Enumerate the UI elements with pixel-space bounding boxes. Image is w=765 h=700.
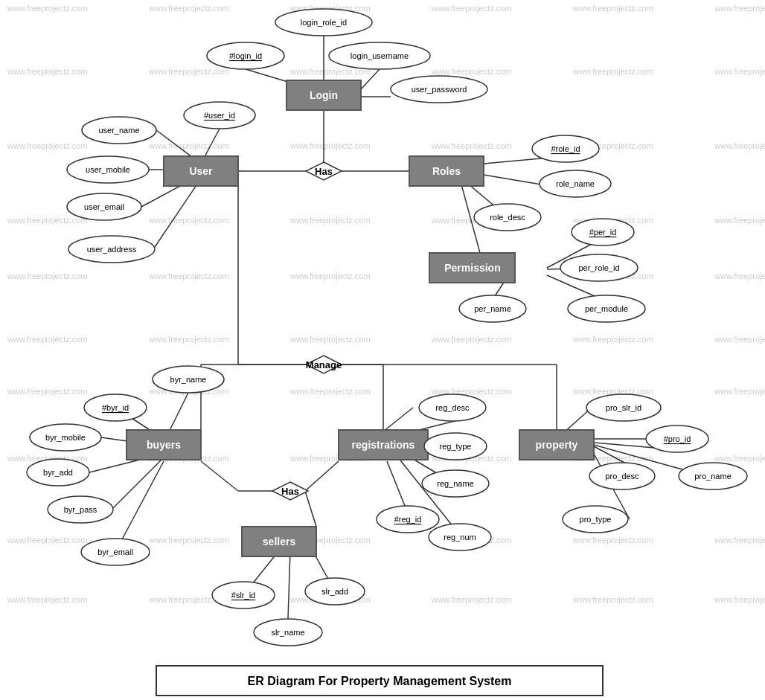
sellers-entity-label: sellers xyxy=(263,536,296,548)
login-entity-label: Login xyxy=(310,89,338,101)
svg-text:www.freeprojectz.com: www.freeprojectz.com xyxy=(289,272,371,280)
svg-line-109 xyxy=(305,461,339,491)
svg-text:www.freeprojectz.com: www.freeprojectz.com xyxy=(714,4,765,13)
per-id-text: #per_id xyxy=(589,228,617,237)
svg-text:www.freeprojectz.com: www.freeprojectz.com xyxy=(289,141,371,150)
svg-line-73 xyxy=(484,175,541,184)
login-id-text: #login_id xyxy=(229,51,262,60)
reg-name-text: reg_name xyxy=(437,479,474,488)
svg-text:www.freeprojectz.com: www.freeprojectz.com xyxy=(7,272,88,280)
role-desc-text: role_desc xyxy=(490,213,525,222)
per-module-text: per_module xyxy=(585,304,628,313)
byr-email-text: byr_email xyxy=(97,548,133,556)
pro-id-text: #pro_id xyxy=(664,434,691,443)
svg-text:www.freeprojectz.com: www.freeprojectz.com xyxy=(714,216,765,225)
svg-text:www.freeprojectz.com: www.freeprojectz.com xyxy=(7,141,88,150)
pro-name-text: pro_name xyxy=(694,472,732,481)
svg-line-108 xyxy=(305,491,316,527)
svg-line-106 xyxy=(201,461,238,491)
svg-text:www.freeprojectz.com: www.freeprojectz.com xyxy=(431,141,512,150)
role-name-text: role_name xyxy=(556,179,595,188)
svg-text:www.freeprojectz.com: www.freeprojectz.com xyxy=(572,335,653,344)
svg-text:www.freeprojectz.com: www.freeprojectz.com xyxy=(714,595,765,604)
roles-entity-label: Roles xyxy=(432,165,461,177)
svg-text:www.freeprojectz.com: www.freeprojectz.com xyxy=(572,536,653,545)
svg-text:www.freeprojectz.com: www.freeprojectz.com xyxy=(431,335,512,344)
svg-text:www.freeprojectz.com: www.freeprojectz.com xyxy=(714,67,765,76)
has-relationship-label: Has xyxy=(315,166,333,177)
svg-line-71 xyxy=(153,179,201,249)
byr-pass-text: byr_pass xyxy=(64,505,97,514)
per-name-text: per_name xyxy=(474,304,511,313)
svg-text:www.freeprojectz.com: www.freeprojectz.com xyxy=(572,595,653,604)
user-address-text: user_address xyxy=(87,245,137,254)
svg-text:www.freeprojectz.com: www.freeprojectz.com xyxy=(148,4,229,13)
svg-line-94 xyxy=(383,408,413,431)
slr-name-text: slr_name xyxy=(271,628,304,637)
login-username-text: login_username xyxy=(351,51,409,60)
slr-id-text: #slr_id xyxy=(231,591,255,600)
role-id-text: #role_id xyxy=(551,144,580,153)
diagram-title: ER Diagram For Property Management Syste… xyxy=(248,675,512,687)
er-diagram: www.freeprojectz.com www.freeprojectz.co… xyxy=(0,0,765,700)
svg-text:www.freeprojectz.com: www.freeprojectz.com xyxy=(7,4,88,13)
per-role-id-text: per_role_id xyxy=(578,263,619,272)
svg-text:www.freeprojectz.com: www.freeprojectz.com xyxy=(7,216,88,225)
buyers-entity-label: buyers xyxy=(147,439,181,451)
svg-text:www.freeprojectz.com: www.freeprojectz.com xyxy=(572,4,653,13)
svg-text:www.freeprojectz.com: www.freeprojectz.com xyxy=(714,272,765,280)
reg-type-text: reg_type xyxy=(440,442,472,451)
svg-text:www.freeprojectz.com: www.freeprojectz.com xyxy=(289,216,371,225)
pro-type-text: pro_type xyxy=(580,515,612,524)
svg-text:www.freeprojectz.com: www.freeprojectz.com xyxy=(7,595,88,604)
svg-text:www.freeprojectz.com: www.freeprojectz.com xyxy=(148,335,229,344)
user-mobile-text: user_mobile xyxy=(86,165,130,174)
svg-text:www.freeprojectz.com: www.freeprojectz.com xyxy=(289,335,371,344)
svg-text:www.freeprojectz.com: www.freeprojectz.com xyxy=(572,67,653,76)
svg-text:www.freeprojectz.com: www.freeprojectz.com xyxy=(7,387,88,396)
svg-text:www.freeprojectz.com: www.freeprojectz.com xyxy=(148,216,229,225)
user-email-text: user_email xyxy=(84,202,124,211)
has2-relationship-label: Has xyxy=(281,486,299,497)
reg-id-text: #reg_id xyxy=(394,515,422,524)
slr-add-text: slr_add xyxy=(321,587,348,596)
svg-text:www.freeprojectz.com: www.freeprojectz.com xyxy=(148,272,229,280)
svg-text:www.freeprojectz.com: www.freeprojectz.com xyxy=(7,67,88,76)
property-entity-label: property xyxy=(536,439,578,451)
byr-mobile-text: byr_mobile xyxy=(45,433,86,442)
svg-text:www.freeprojectz.com: www.freeprojectz.com xyxy=(714,335,765,344)
svg-text:www.freeprojectz.com: www.freeprojectz.com xyxy=(431,67,512,76)
user-id-text: #user_id xyxy=(204,111,235,120)
reg-desc-text: reg_desc xyxy=(435,403,470,412)
byr-id-text: #byr_id xyxy=(102,403,129,412)
reg-num-text: reg_num xyxy=(444,533,476,542)
svg-text:www.freeprojectz.com: www.freeprojectz.com xyxy=(148,141,229,150)
svg-text:www.freeprojectz.com: www.freeprojectz.com xyxy=(714,141,765,150)
permission-entity-label: Permission xyxy=(444,262,500,274)
manage-relationship-label: Manage xyxy=(306,359,342,370)
svg-text:www.freeprojectz.com: www.freeprojectz.com xyxy=(7,536,88,545)
user-name-text: user_name xyxy=(98,126,139,135)
byr-name-text: byr_name xyxy=(170,375,207,384)
svg-text:www.freeprojectz.com: www.freeprojectz.com xyxy=(148,67,229,76)
registrations-entity-label: registrations xyxy=(352,439,415,451)
svg-text:www.freeprojectz.com: www.freeprojectz.com xyxy=(714,536,765,545)
byr-add-text: byr_add xyxy=(43,468,73,477)
pro-slr-id-text: pro_slr_id xyxy=(606,403,641,412)
svg-text:www.freeprojectz.com: www.freeprojectz.com xyxy=(289,387,371,396)
svg-text:www.freeprojectz.com: www.freeprojectz.com xyxy=(7,335,88,344)
svg-text:www.freeprojectz.com: www.freeprojectz.com xyxy=(431,4,512,13)
pro-desc-text: pro_desc xyxy=(605,472,639,481)
login-role-id-text: login_role_id xyxy=(301,18,347,27)
svg-line-111 xyxy=(288,550,290,619)
svg-text:www.freeprojectz.com: www.freeprojectz.com xyxy=(714,387,765,396)
user-password-text: user_password xyxy=(412,85,467,94)
svg-text:www.freeprojectz.com: www.freeprojectz.com xyxy=(148,536,229,545)
svg-text:www.freeprojectz.com: www.freeprojectz.com xyxy=(431,595,512,604)
svg-text:www.freeprojectz.com: www.freeprojectz.com xyxy=(714,454,765,463)
user-entity-label: User xyxy=(189,165,213,177)
